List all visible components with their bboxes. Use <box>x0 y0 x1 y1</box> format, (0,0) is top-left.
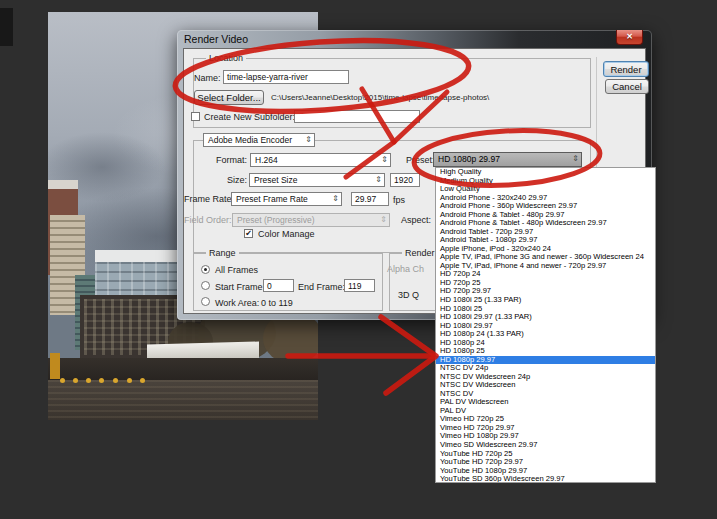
end-frame-label: End Frame: <box>298 282 345 292</box>
start-frame-radio[interactable] <box>201 281 210 290</box>
subfolder-name-input[interactable] <box>294 110 420 123</box>
name-input[interactable]: time-lapse-yarra-river <box>223 70 349 84</box>
field-order-label: Field Order: <box>184 215 228 225</box>
all-frames-label: All Frames <box>215 265 258 275</box>
location-group-label: Location <box>206 53 246 63</box>
color-manage-label: Color Manage <box>258 229 315 239</box>
screenshot-stage: Render Video ✕ Location Name: time-lapse… <box>0 0 717 519</box>
photo-buoy <box>60 378 65 383</box>
start-frame-label: Start Frame: <box>215 282 265 292</box>
quality-3d-label: 3D Q <box>398 290 419 300</box>
frame-rate-label: Frame Rate: <box>184 194 228 204</box>
create-subfolder-checkbox[interactable] <box>191 112 200 121</box>
preset-dropdown-list: High QualityMedium QualityLow QualityAnd… <box>435 167 656 483</box>
photo-buoy <box>127 378 132 383</box>
stepper-icon: ⇕ <box>381 154 388 166</box>
render-button[interactable]: Render <box>603 61 649 77</box>
stepper-icon: ⇕ <box>305 134 312 146</box>
work-area-value: 0 to 119 <box>261 298 293 308</box>
close-icon: ✕ <box>626 32 633 41</box>
photo-buoy <box>73 378 78 383</box>
aspect-label: Aspect: <box>401 215 431 225</box>
alpha-channel-label: Alpha Ch <box>387 264 424 274</box>
cancel-button[interactable]: Cancel <box>605 79 649 94</box>
size-select[interactable]: Preset Size⇕ <box>249 173 385 187</box>
stepper-icon: ⇕ <box>375 174 382 186</box>
checkmark-icon: ✔ <box>245 229 252 238</box>
photo-buoy <box>86 378 91 383</box>
photo-yellow-sign <box>50 353 60 379</box>
photo-buoy <box>99 378 104 383</box>
close-button[interactable]: ✕ <box>616 30 643 45</box>
photo-river-water <box>48 380 318 420</box>
work-area-radio[interactable] <box>201 297 210 306</box>
width-input[interactable]: 1920 <box>390 173 420 187</box>
work-area-label: Work Area: <box>215 298 259 308</box>
fps-unit-label: fps <box>393 195 405 205</box>
range-group-label: Range <box>206 248 239 258</box>
preset-label: Preset: <box>406 155 435 165</box>
end-frame-input[interactable]: 119 <box>344 279 375 292</box>
annotation-arrow-head <box>381 317 436 393</box>
color-manage-checkbox[interactable]: ✔ <box>244 229 253 238</box>
encoder-select[interactable]: Adobe Media Encoder⇕ <box>203 133 315 147</box>
name-label: Name: <box>194 73 219 83</box>
create-subfolder-label: Create New Subfolder: <box>204 112 295 122</box>
photo-buoy <box>113 378 118 383</box>
preset-option[interactable]: PAL DV Widescreen <box>436 398 655 407</box>
stepper-icon: ⇕ <box>572 153 579 165</box>
all-frames-radio[interactable] <box>201 265 210 274</box>
dialog-title: Render Video <box>184 33 248 45</box>
stepper-icon: ⇕ <box>380 214 387 226</box>
preset-select[interactable]: HD 1080p 29.97⇕ <box>433 152 582 167</box>
select-folder-button[interactable]: Select Folder... <box>194 90 264 105</box>
frame-rate-select[interactable]: Preset Frame Rate⇕ <box>231 192 342 206</box>
fps-input[interactable]: 29.97 <box>351 192 389 206</box>
background-ui-fragment <box>0 8 13 46</box>
format-select[interactable]: H.264⇕ <box>250 153 391 167</box>
start-frame-input[interactable]: 0 <box>263 279 294 292</box>
folder-path: C:\Users\Jeanne\Desktop\2015\time-lapse\… <box>271 93 489 102</box>
stepper-icon: ⇕ <box>332 193 339 205</box>
format-label: Format: <box>194 155 247 165</box>
preset-option[interactable]: YouTube SD 360p Widescreen 29.97 <box>436 475 655 483</box>
size-label: Size: <box>194 175 247 185</box>
field-order-select: Preset (Progressive)⇕ <box>232 213 390 227</box>
photo-buoy <box>140 378 145 383</box>
